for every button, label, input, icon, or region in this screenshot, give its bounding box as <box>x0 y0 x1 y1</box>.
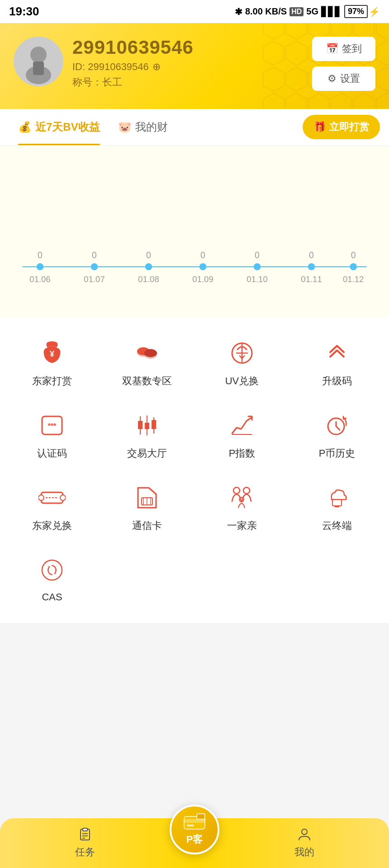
gear-icon: ⚙ <box>327 73 337 85</box>
menu-item-auth-code[interactable]: *** 认证码 <box>5 399 100 471</box>
bluetooth-icon: ✱ <box>235 6 242 17</box>
chart-dot-3 <box>145 263 152 270</box>
svg-text:***: *** <box>48 422 57 430</box>
menu-item-p-index[interactable]: P指数 <box>194 399 289 471</box>
svg-rect-34 <box>152 420 156 429</box>
nav-center-pke[interactable]: P客 <box>170 805 219 854</box>
profile-actions: 📅 签到 ⚙ 设置 <box>312 37 375 91</box>
svg-rect-58 <box>187 825 194 826</box>
stars-icon: *** <box>36 410 68 441</box>
nav-item-mine[interactable]: 我的 <box>219 827 389 859</box>
svg-text:¥: ¥ <box>50 349 54 359</box>
clock-arrow-icon <box>321 410 353 441</box>
svg-point-45 <box>233 487 240 494</box>
chevrons-icon <box>321 337 353 369</box>
p-index-label: P指数 <box>229 447 256 460</box>
card-icon <box>183 813 206 833</box>
upgrade-label: 升级码 <box>322 374 352 388</box>
status-time: 19:30 <box>9 5 39 19</box>
cloud-terminal-label: 云终端 <box>322 519 352 533</box>
svg-point-38 <box>38 495 44 500</box>
svg-text:01.10: 01.10 <box>247 274 267 284</box>
cloud-monitor-icon <box>321 482 353 514</box>
tab-bv-income[interactable]: 💰 近7天BV收益 <box>9 109 109 145</box>
p-history-label: P币历史 <box>319 447 356 460</box>
piggy-icon: 🐷 <box>118 121 132 133</box>
svg-text:0: 0 <box>351 250 356 260</box>
simcard-label: 通信卡 <box>132 519 162 533</box>
menu-item-host-exchange[interactable]: 东家兑换 <box>5 471 100 543</box>
signal-bars: ▋▋▋ <box>321 6 342 17</box>
menu-item-simcard[interactable]: 通信卡 <box>100 471 194 543</box>
svg-rect-57 <box>184 819 205 823</box>
svg-text:01.12: 01.12 <box>343 274 364 284</box>
miniprogram-icon <box>36 554 68 586</box>
profile-id: ID: 29910639546 ⊕ <box>72 61 303 73</box>
uv-icon <box>226 337 258 369</box>
nav-item-tasks[interactable]: 任务 <box>0 827 170 859</box>
svg-text:0: 0 <box>92 250 97 260</box>
checkin-button[interactable]: 📅 签到 <box>312 37 375 61</box>
tasks-label: 任务 <box>75 845 95 859</box>
uv-label: UV兑换 <box>225 374 259 388</box>
menu-item-dual-base[interactable]: 双基数专区 <box>100 326 194 399</box>
chart-dot-6 <box>308 263 315 270</box>
gift-icon: 🎁 <box>313 121 326 133</box>
menu-item-upgrade[interactable]: 升级码 <box>289 326 384 399</box>
calendar-icon: 📅 <box>326 43 338 55</box>
svg-rect-5 <box>33 61 44 75</box>
menu-item-cas[interactable]: CAS <box>5 543 100 614</box>
svg-point-46 <box>243 487 250 494</box>
clipboard-icon <box>78 827 92 844</box>
hd-badge: HD <box>289 7 304 16</box>
menu-item-cloud-terminal[interactable]: 云终端 <box>289 471 384 543</box>
profile-title: 称号：长工 <box>72 75 303 89</box>
chart-dot-7 <box>350 263 357 270</box>
signal-5g: 5G <box>306 6 318 17</box>
candlestick-icon <box>131 410 163 441</box>
network-speed: 8.00 KB/S <box>245 6 287 17</box>
svg-text:0: 0 <box>255 250 260 260</box>
tab-my-wealth[interactable]: 🐷 我的财 <box>109 109 177 145</box>
trading-hall-label: 交易大厅 <box>127 447 167 460</box>
dollar-coin-icon: 💰 <box>18 121 32 133</box>
bottom-nav: 任务 P客 我的 <box>0 818 389 868</box>
person-icon <box>297 827 312 844</box>
coins-icon <box>131 337 163 369</box>
host-exchange-label: 东家兑换 <box>32 519 72 533</box>
menu-item-trading-hall[interactable]: 交易大厅 <box>100 399 194 471</box>
profile-inner: 29910639546 ID: 29910639546 ⊕ 称号：长工 📅 签到… <box>14 37 375 91</box>
svg-point-3 <box>30 47 47 63</box>
menu-item-reward[interactable]: ¥ 东家打赏 <box>5 326 100 399</box>
svg-point-39 <box>60 495 66 500</box>
cas-label: CAS <box>42 591 62 603</box>
svg-text:01.08: 01.08 <box>138 274 159 284</box>
copy-icon[interactable]: ⊕ <box>152 61 161 73</box>
svg-point-60 <box>302 829 307 835</box>
grid-menu-row1: ¥ 东家打赏 双基数专区 <box>0 317 389 623</box>
bag-yen-icon: ¥ <box>36 337 68 369</box>
reward-now-button[interactable]: 🎁 立即打赏 <box>303 115 380 139</box>
chart-section: 0 01.06 0 01.07 0 01.08 0 01.09 0 01.10 <box>0 146 389 317</box>
chart-dot-4 <box>199 263 207 270</box>
status-bar: 19:30 ✱ 8.00 KB/S HD 5G ▋▋▋ 97% ⚡ <box>0 0 389 23</box>
status-icons: ✱ 8.00 KB/S HD 5G ▋▋▋ 97% ⚡ <box>235 5 380 18</box>
chart-dot-1 <box>37 263 44 270</box>
svg-rect-32 <box>145 423 149 429</box>
mine-label: 我的 <box>294 845 314 859</box>
chart-dot-2 <box>91 263 98 270</box>
reward-label: 东家打赏 <box>32 374 72 388</box>
svg-text:0: 0 <box>309 250 314 260</box>
family-icon <box>226 482 258 514</box>
svg-text:01.11: 01.11 <box>301 274 322 284</box>
battery-icon: 97% ⚡ <box>344 5 380 18</box>
avatar-icon <box>16 39 61 84</box>
profile-name: 29910639546 <box>72 37 303 58</box>
menu-item-uv[interactable]: UV兑换 <box>194 326 289 399</box>
dual-base-label: 双基数专区 <box>122 374 172 388</box>
menu-item-family[interactable]: 一家亲 <box>194 471 289 543</box>
svg-text:0: 0 <box>38 250 43 260</box>
settings-button[interactable]: ⚙ 设置 <box>312 66 375 91</box>
menu-item-p-history[interactable]: P币历史 <box>289 399 384 471</box>
chart-container: 0 01.06 0 01.07 0 01.08 0 01.09 0 01.10 <box>9 155 380 301</box>
